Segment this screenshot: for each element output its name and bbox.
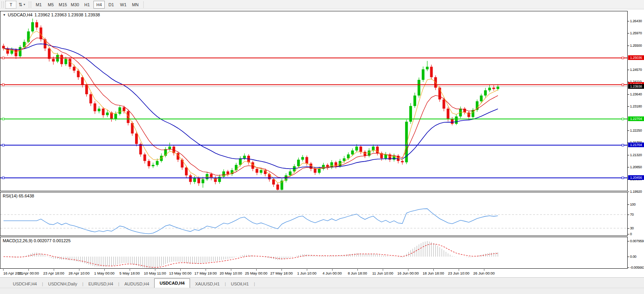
date-tick: [130, 269, 130, 271]
axis-tick: [628, 257, 629, 257]
rsi-tick-label: 70: [630, 213, 633, 217]
axis-tick: [628, 215, 629, 215]
rsi-tick-label: 30: [630, 226, 633, 230]
date-tick: [256, 269, 257, 271]
date-tick: [54, 269, 54, 271]
macd-tick-label: 0.007959: [630, 239, 644, 243]
timeframe-button-m1[interactable]: M1: [33, 1, 44, 9]
price-chart-canvas[interactable]: [0, 11, 627, 191]
text-tool-button[interactable]: T: [5, 1, 16, 9]
macd-canvas[interactable]: [0, 237, 627, 268]
chart-tab-usoil-h1[interactable]: USOil,H1: [226, 280, 254, 288]
date-tick: [206, 269, 206, 271]
timeframe-button-w1[interactable]: W1: [118, 1, 129, 9]
candles: [2, 19, 500, 190]
price-tick-label: 1.25500: [630, 44, 642, 48]
line-handle[interactable]: [622, 84, 624, 86]
chart-title: ▼ USDCAD,H4 1.23962 1.23963 1.23938 1.23…: [3, 12, 100, 17]
axis-tick: [628, 70, 629, 70]
timeframe-button-m15[interactable]: M15: [57, 1, 69, 9]
date-tick-label: 1 May 00:00: [94, 271, 114, 275]
line-handle[interactable]: [2, 84, 4, 86]
timeframe-button-mn[interactable]: MN: [130, 1, 141, 9]
price-tick-label: 1.26430: [630, 19, 642, 23]
date-tick-label: 16 Jun 00:00: [398, 271, 419, 275]
tab-separator: |: [254, 280, 255, 288]
macd-label: MACD(12,26,9) 0.002077 0.001225: [3, 238, 70, 243]
price-tick-label: 1.24570: [630, 68, 642, 72]
toolbar-separator: [143, 1, 144, 8]
date-axis: 16 Apr 202121 Apr 00:0023 Apr 18:0028 Ap…: [0, 269, 628, 277]
line-handle[interactable]: [2, 144, 4, 146]
date-tick: [231, 269, 231, 271]
price-line-badge: 1.23938: [628, 84, 644, 89]
timeframe-button-h4[interactable]: H4: [93, 1, 105, 9]
rsi-indicator-pane[interactable]: RSI(14) 65.6438: [0, 192, 628, 236]
axis-tick: [628, 228, 629, 229]
rsi-tick-label: 100: [630, 202, 635, 206]
rsi-tick-label: 0: [630, 232, 632, 236]
date-tick: [104, 269, 105, 271]
date-tick: [383, 269, 383, 271]
chart-tab-eurusd-h4[interactable]: EURUSD,H4: [83, 280, 118, 288]
rsi-canvas[interactable]: [0, 192, 627, 236]
line-handle[interactable]: [2, 177, 4, 179]
chevron-down-icon: ▾: [24, 3, 25, 6]
date-tick: [3, 269, 4, 271]
line-handle[interactable]: [622, 177, 624, 179]
axis-tick: [628, 268, 629, 268]
symbol-dropdown-icon[interactable]: ▼: [3, 13, 6, 17]
timeframe-toolbar: M1M5M15M30H1H4D1W1MN: [33, 1, 141, 9]
chart-tab-usdcad-h4[interactable]: USDCAD,H4: [154, 278, 190, 288]
axis-tick: [628, 241, 629, 241]
macd-tick-label: 0.00: [630, 255, 636, 259]
axis-tick: [628, 106, 629, 107]
rsi-label: RSI(14) 65.6438: [3, 194, 34, 198]
status-bar: [0, 288, 644, 294]
date-tick: [433, 269, 434, 271]
arrows-icon: ⇅: [18, 2, 22, 7]
date-tick: [79, 269, 79, 271]
mt4-window: T ⇅ ▾ M1M5M15M30H1H4D1W1MN ▼ USDCAD,H4 1…: [0, 0, 644, 294]
price-line-badge: 1.22704: [628, 116, 644, 121]
axis-tick: [628, 192, 629, 192]
line-handle[interactable]: [2, 57, 4, 59]
date-tick-label: 23 Jun 10:00: [448, 271, 470, 275]
timeframe-button-h1[interactable]: H1: [81, 1, 93, 9]
line-handle[interactable]: [622, 118, 624, 120]
toolbar-grip[interactable]: [2, 2, 4, 8]
price-chart-pane[interactable]: ▼ USDCAD,H4 1.23962 1.23963 1.23938 1.23…: [0, 11, 628, 191]
axis-tick: [628, 21, 629, 21]
price-tick-label: 1.23640: [630, 92, 642, 96]
cursor-mode-button[interactable]: ⇅ ▾: [16, 1, 27, 9]
chart-tab-usdchf-h4[interactable]: USDCHF,H4: [8, 280, 42, 288]
date-tick: [484, 269, 484, 271]
ma-slow-line: [4, 44, 498, 169]
timeframe-button-d1[interactable]: D1: [106, 1, 117, 9]
price-line-badge: 1.25036: [628, 55, 644, 60]
date-tick: [332, 269, 333, 271]
chart-tab-usdcnh-daily[interactable]: USDCNH,Daily: [43, 280, 83, 288]
date-tick-label: 23 Apr 18:00: [43, 271, 64, 275]
toolbar-grip[interactable]: [29, 2, 31, 8]
date-tick: [28, 269, 29, 271]
price-tick-label: 1.22250: [630, 129, 642, 132]
line-handle[interactable]: [2, 118, 4, 120]
price-tick-label: 1.19920: [630, 190, 642, 194]
line-handle[interactable]: [622, 144, 624, 146]
axis-tick: [628, 204, 629, 205]
price-tick-label: 1.25970: [630, 31, 642, 35]
date-tick-label: 4 Jun 00:00: [322, 271, 342, 275]
macd-indicator-pane[interactable]: MACD(12,26,9) 0.002077 0.001225: [0, 237, 628, 269]
date-tick-label: 18 Jun 18:00: [423, 271, 444, 275]
date-tick-label: 28 Apr 10:00: [69, 271, 90, 275]
timeframe-button-m5[interactable]: M5: [45, 1, 56, 9]
chart-tab-audusd-h4[interactable]: AUDUSD,H4: [119, 280, 154, 288]
timeframe-button-m30[interactable]: M30: [69, 1, 81, 9]
date-tick: [155, 269, 155, 271]
price-line-badge: 1.20456: [628, 175, 644, 180]
line-handle[interactable]: [622, 57, 624, 59]
chart-tab-xauusd-h1[interactable]: XAUUSD,H1: [190, 280, 225, 288]
date-tick-label: 27 May 18:00: [270, 271, 293, 275]
price-tick-label: 1.21320: [630, 153, 642, 157]
